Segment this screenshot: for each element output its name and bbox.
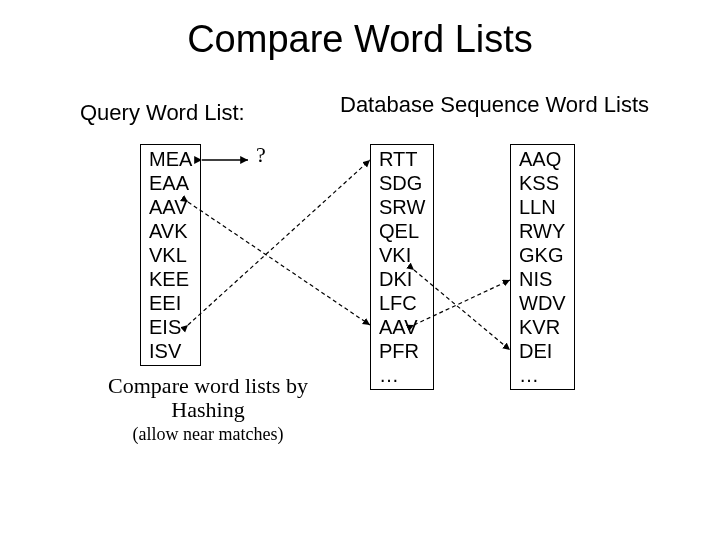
list-item: … bbox=[379, 363, 425, 387]
list-item: … bbox=[519, 363, 566, 387]
caption-sub: (allow near matches) bbox=[108, 424, 308, 445]
list-item: RWY bbox=[519, 219, 566, 243]
list-item: SDG bbox=[379, 171, 425, 195]
list-item: GKG bbox=[519, 243, 566, 267]
svg-line-1 bbox=[188, 202, 370, 325]
list-item: SRW bbox=[379, 195, 425, 219]
list-item: VKI bbox=[379, 243, 425, 267]
list-item: LLN bbox=[519, 195, 566, 219]
caption-main: Compare word lists by Hashing bbox=[108, 374, 308, 422]
list-item: ISV bbox=[149, 339, 192, 363]
list-item: AVK bbox=[149, 219, 192, 243]
list-item: EEI bbox=[149, 291, 192, 315]
comparison-arrows bbox=[0, 0, 720, 540]
list-item: KVR bbox=[519, 315, 566, 339]
svg-line-2 bbox=[188, 160, 370, 325]
list-item: PFR bbox=[379, 339, 425, 363]
list-item: RTT bbox=[379, 147, 425, 171]
list-item: VKL bbox=[149, 243, 192, 267]
list-item: LFC bbox=[379, 291, 425, 315]
slide-title: Compare Word Lists bbox=[0, 18, 720, 61]
list-item: AAV bbox=[149, 195, 192, 219]
list-item: KEE bbox=[149, 267, 192, 291]
list-item: EAA bbox=[149, 171, 192, 195]
database-list-2: AAQ KSS LLN RWY GKG NIS WDV KVR DEI … bbox=[510, 144, 575, 390]
database-list-1: RTT SDG SRW QEL VKI DKI LFC AAV PFR … bbox=[370, 144, 434, 390]
list-item: MEA bbox=[149, 147, 192, 171]
list-item: AAQ bbox=[519, 147, 566, 171]
list-item: KSS bbox=[519, 171, 566, 195]
query-label: Query Word List: bbox=[80, 100, 245, 126]
list-item: QEL bbox=[379, 219, 425, 243]
list-item: DEI bbox=[519, 339, 566, 363]
list-item: NIS bbox=[519, 267, 566, 291]
database-label: Database Sequence Word Lists bbox=[340, 92, 649, 118]
list-item: EIS bbox=[149, 315, 192, 339]
question-mark: ? bbox=[256, 142, 266, 168]
list-item: AAV bbox=[379, 315, 425, 339]
list-item: WDV bbox=[519, 291, 566, 315]
query-word-list: MEA EAA AAV AVK VKL KEE EEI EIS ISV bbox=[140, 144, 201, 366]
list-item: DKI bbox=[379, 267, 425, 291]
